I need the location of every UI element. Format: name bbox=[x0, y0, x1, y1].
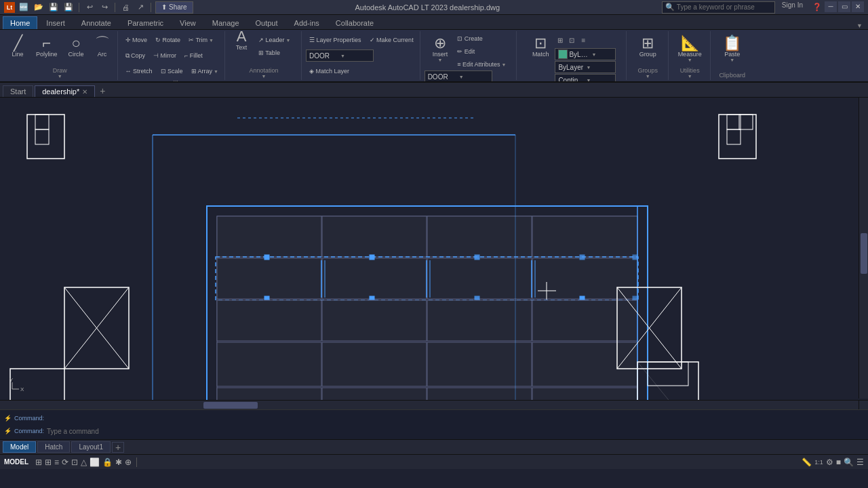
stretch-button[interactable]: ↔ Stretch bbox=[122, 65, 156, 77]
sign-in-link[interactable]: Sign In bbox=[782, 1, 803, 14]
hscroll-thumb[interactable] bbox=[203, 402, 258, 409]
horizontal-scrollbar[interactable] bbox=[0, 400, 859, 409]
make-current-button[interactable]: ✓ Make Current bbox=[366, 34, 417, 46]
minimize-button[interactable]: ─ bbox=[825, 1, 837, 12]
arc-button[interactable]: ⌒ Arc bbox=[90, 33, 115, 61]
tab-annotate[interactable]: Annotate bbox=[74, 16, 119, 29]
layer-dropdown[interactable]: DOOR ▼ bbox=[306, 49, 374, 62]
quick-access-undo[interactable]: ↩ bbox=[83, 1, 96, 14]
array-button[interactable]: ⊞ Array ▼ bbox=[188, 65, 222, 77]
circle-button[interactable]: ○ Circle bbox=[64, 33, 89, 61]
tab-add-ins[interactable]: Add-ins bbox=[287, 16, 327, 29]
tab-parametric[interactable]: Parametric bbox=[120, 16, 171, 29]
vscroll-thumb[interactable] bbox=[861, 233, 867, 274]
tab-home[interactable]: Home bbox=[3, 16, 37, 29]
cmd-row1: ⚡ Command: bbox=[4, 412, 864, 424]
insert-button[interactable]: ⊕ Insert ▼ bbox=[428, 33, 453, 66]
new-tab-button[interactable]: + bbox=[96, 85, 108, 97]
status-lw-icon[interactable]: ✱ bbox=[115, 458, 122, 467]
add-layout-button[interactable]: + bbox=[112, 442, 124, 453]
quick-access-redo[interactable]: ↪ bbox=[98, 1, 111, 14]
status-units-icon[interactable]: ■ bbox=[836, 458, 841, 467]
close-button[interactable]: ✕ bbox=[852, 1, 864, 12]
vertical-scrollbar[interactable] bbox=[859, 98, 868, 399]
draw-group-arrow[interactable]: ▼ bbox=[58, 74, 62, 79]
restore-button[interactable]: ▭ bbox=[838, 1, 850, 12]
create-block-button[interactable]: ⊡ Create bbox=[454, 33, 509, 45]
status-ortho-icon[interactable]: ≡ bbox=[54, 458, 59, 467]
quick-access-publish[interactable]: ↗ bbox=[134, 1, 146, 14]
tab-insert[interactable]: Insert bbox=[39, 16, 73, 29]
status-grid-icon[interactable]: ⊞ bbox=[35, 458, 42, 467]
mirror-button[interactable]: ⊣ Mirror bbox=[150, 49, 180, 62]
doc-tab-dealership[interactable]: dealership* ✕ bbox=[35, 85, 95, 97]
doc-tab-close[interactable]: ✕ bbox=[82, 88, 87, 96]
doc-tab-start[interactable]: Start bbox=[3, 85, 33, 97]
help-button[interactable]: ❓ bbox=[811, 1, 823, 14]
ribbon-options[interactable]: ▼ bbox=[856, 22, 863, 29]
paste-button[interactable]: 📋 Paste ▼ bbox=[718, 33, 746, 66]
polyline-button[interactable]: ⌐ Polyline bbox=[31, 33, 62, 61]
match-properties-button[interactable]: ⊡ Match bbox=[528, 33, 554, 61]
copy-button[interactable]: ⧉ Copy bbox=[122, 49, 149, 62]
layout-tab-hatch[interactable]: Hatch bbox=[37, 441, 70, 453]
tab-collaborate[interactable]: Collaborate bbox=[328, 16, 381, 29]
fillet-button[interactable]: ⌐ Fillet bbox=[181, 49, 206, 62]
prop-icon2[interactable]: ⊡ bbox=[566, 35, 577, 45]
search-box[interactable]: 🔍 bbox=[662, 1, 775, 14]
linetype-dropdown[interactable]: Continuous ▼ bbox=[555, 74, 616, 83]
table-button[interactable]: ⊞ Table bbox=[255, 47, 298, 59]
prop-icon3[interactable]: ≡ bbox=[578, 35, 589, 45]
trim-button[interactable]: ✂ Trim ▼ bbox=[185, 34, 217, 46]
text-button[interactable]: A Text bbox=[229, 30, 254, 54]
status-isolate-icon[interactable]: 🔍 bbox=[844, 458, 854, 467]
command-input[interactable] bbox=[47, 428, 864, 435]
leader-button[interactable]: ↗ Leader ▼ bbox=[255, 34, 298, 46]
layer-properties-button[interactable]: ☰ Layer Properties bbox=[306, 34, 365, 46]
match-layer-button[interactable]: ◈ Match Layer bbox=[306, 65, 353, 77]
status-customize-icon[interactable]: ☰ bbox=[856, 458, 864, 467]
group-button[interactable]: ⊞ Group bbox=[635, 33, 661, 61]
status-osnap-icon[interactable]: ⊡ bbox=[71, 458, 78, 467]
edit-attributes-button[interactable]: ≡ Edit Attributes ▼ bbox=[454, 58, 509, 70]
block-dropdown[interactable]: DOOR ▼ bbox=[425, 70, 492, 83]
tab-manage[interactable]: Manage bbox=[205, 16, 247, 29]
quick-access-print[interactable]: 🖨 bbox=[119, 1, 132, 14]
drawing-canvas[interactable]: Y X bbox=[0, 98, 868, 409]
dimension-button[interactable]: ↔ Dimension bbox=[255, 30, 298, 33]
prop-icon1[interactable]: ⊞ bbox=[555, 35, 566, 45]
groups-group-arrow[interactable]: ▼ bbox=[646, 74, 650, 79]
bylayer-dropdown[interactable]: ByLayer ▼ bbox=[555, 61, 616, 73]
rotate-button[interactable]: ↻ Rotate bbox=[152, 34, 184, 46]
move-button[interactable]: ✛ Move bbox=[122, 34, 151, 46]
status-3dosnap-icon[interactable]: △ bbox=[81, 458, 87, 467]
quick-access-saveas[interactable]: 💾 bbox=[62, 1, 75, 14]
main-table[interactable] bbox=[207, 206, 648, 409]
status-otrack-icon[interactable]: ⬜ bbox=[90, 458, 100, 467]
status-workspaces-icon[interactable]: ⚙ bbox=[826, 458, 833, 467]
color-dropdown[interactable]: ByLayer ▼ bbox=[555, 48, 616, 60]
status-polar-icon[interactable]: ⟳ bbox=[62, 458, 68, 467]
tab-output[interactable]: Output bbox=[248, 16, 285, 29]
annotation-group-arrow[interactable]: ▼ bbox=[262, 74, 267, 79]
status-anno-scale[interactable]: 📏 bbox=[802, 458, 812, 467]
layout-tab-model[interactable]: Model bbox=[3, 441, 36, 453]
search-input[interactable] bbox=[677, 3, 772, 11]
modify-row2: ⧉ Copy ⊣ Mirror ⌐ Fillet bbox=[122, 48, 222, 63]
measure-button[interactable]: 📐 Measure ▼ bbox=[673, 33, 707, 66]
status-dyn-icon[interactable]: 🔒 bbox=[102, 458, 113, 467]
status-tp-icon[interactable]: ⊕ bbox=[125, 458, 132, 467]
quick-access-new[interactable]: 🆕 bbox=[18, 1, 30, 14]
edit-block-button[interactable]: ✏ Edit bbox=[454, 45, 509, 58]
layout-tab-layout1[interactable]: Layout1 bbox=[71, 441, 111, 453]
utilities-group-arrow[interactable]: ▼ bbox=[688, 74, 692, 79]
scale-button[interactable]: ⊡ Scale bbox=[157, 65, 186, 77]
share-button[interactable]: ⬆ Share bbox=[155, 1, 193, 14]
status-snap-icon[interactable]: ⊞ bbox=[45, 458, 52, 467]
tab-view[interactable]: View bbox=[172, 16, 203, 29]
quick-access-open[interactable]: 📂 bbox=[33, 1, 45, 14]
model-label[interactable]: MODEL bbox=[4, 458, 28, 466]
prop-icons: ⊞ ⊡ ≡ bbox=[555, 35, 589, 45]
line-button[interactable]: ╱ Line bbox=[5, 33, 30, 61]
quick-access-save[interactable]: 💾 bbox=[47, 1, 60, 14]
